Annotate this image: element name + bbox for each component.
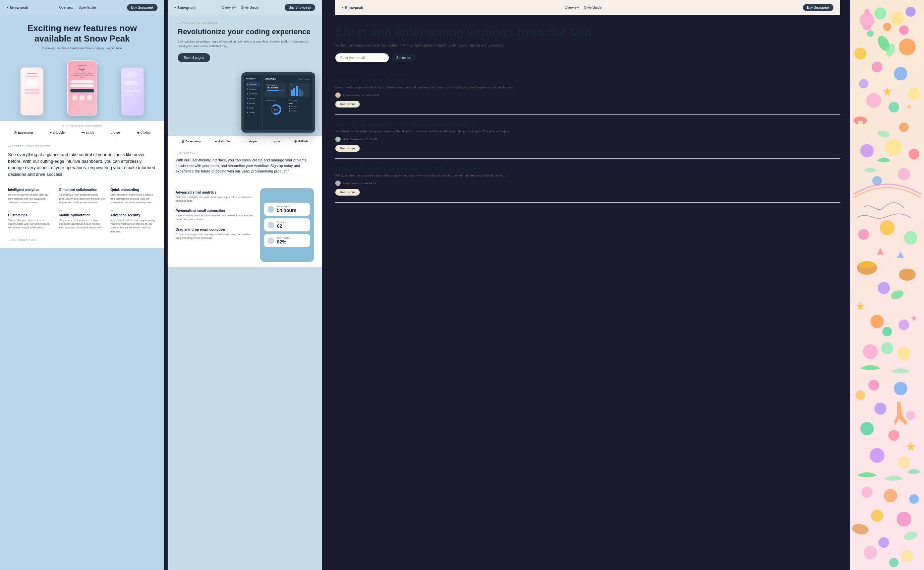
nav-overview-p2[interactable]: Overview <box>222 6 236 9</box>
feature-title-6: Advanced security <box>110 213 156 217</box>
see-all-pages-btn[interactable]: See all pages <box>178 53 210 62</box>
nav-styleguide-p2[interactable]: Style Guide <box>241 6 258 9</box>
hero-title-p1: Exciting new features now available at S… <box>10 23 154 44</box>
svg-point-29 <box>877 129 890 139</box>
buy-btn-panel3[interactable]: Buy Snowpeak <box>803 4 833 11</box>
navbar-panel3: Snowpeak Overview Style Guide Buy Snowpe… <box>335 0 840 15</box>
sidebar-setup: Setup <box>246 106 260 110</box>
post-title-3: 10 Simple DIY Home Decor Ideas That Will… <box>335 165 840 172</box>
analytics-cards: Hours Spent 54 hours Courses 02 Test Res… <box>260 188 314 262</box>
read-more-btn-2[interactable]: Read more <box>335 145 360 152</box>
brand-panel2: Snowpeak <box>174 6 195 10</box>
post-excerpt-2: Solo travel can be a life-changing exper… <box>335 129 840 134</box>
analytics-card-container: Hours Spent 54 hours Courses 02 Test Res… <box>260 188 314 262</box>
post-content-3: 10 Simple DIY Home Decor Ideas That Will… <box>335 165 840 196</box>
tablet-analytics-title: Analytics <box>265 78 275 80</box>
tablet-mockup: Snowpike Overview Analytics Community <box>241 72 315 133</box>
subscribe-btn[interactable]: Subscribe <box>392 54 416 62</box>
avatar-1 <box>335 92 341 98</box>
post-card-2: Why Traveling Alone is the Best Thing Yo… <box>335 121 840 159</box>
feature-3: 03 Quick onboarding Start smoothly: expe… <box>110 184 156 204</box>
buy-btn-panel2[interactable]: Buy Snowpeak <box>284 4 315 11</box>
buy-btn-panel1[interactable]: Buy Snowpeak <box>127 4 158 11</box>
svg-point-73 <box>889 558 898 567</box>
svg-point-66 <box>871 510 883 522</box>
navbar-panel1: Snowpeak Overview Style Guide Buy Snowpe… <box>0 0 164 15</box>
features-heading-p1: See everything at a glance and take cont… <box>8 152 156 178</box>
avatar-2 <box>335 136 341 142</box>
svg-point-21 <box>908 88 920 100</box>
nav-styleguide-p1[interactable]: Style Guide <box>78 6 96 9</box>
nav-overview-p1[interactable]: Overview <box>59 6 74 9</box>
svg-text:54h: 54h <box>274 109 278 111</box>
svg-point-22 <box>866 93 881 108</box>
hours-label: Hours Spent <box>277 205 297 208</box>
logo-dribbble: dribbble <box>50 130 65 134</box>
feature-desc-3: Start smoothly: experience a hassle-free… <box>110 193 156 204</box>
interface-tag: — INTERFACE <box>176 152 314 154</box>
svg-point-57 <box>906 411 915 420</box>
blog-title: Short and entertaining writings from our… <box>335 25 840 39</box>
nav-overview-p3[interactable]: Overview <box>565 6 579 9</box>
sidebar-reports: Reports <box>246 97 260 101</box>
productivity-label: Productivity <box>289 100 310 101</box>
hero-title-p2: Revolutionize your coding experience <box>178 28 312 36</box>
svg-point-70 <box>878 537 889 548</box>
svg-point-52 <box>897 346 910 360</box>
blog-subtitle: We help sales teams increase their outbo… <box>335 43 840 48</box>
p2-feature-desc-1: Gain deep insights into your email campa… <box>176 195 254 202</box>
hours-icon <box>268 206 274 213</box>
svg-point-30 <box>860 144 874 158</box>
post-title-2: Why Traveling Alone is the Best Thing Yo… <box>335 121 840 127</box>
svg-point-71 <box>864 546 877 559</box>
feature-1: 01 Intelligent analytics Unlock the powe… <box>8 184 54 204</box>
posts-list: The Power of Positive Thinking Learn how… <box>335 77 840 202</box>
svg-point-69 <box>903 530 918 541</box>
decoration-svg <box>850 0 924 570</box>
tablet-bottom: Your Interest 54h Productivity <box>265 100 310 116</box>
phone-right: Settings $12.92 <box>121 67 144 115</box>
svg-point-41 <box>859 261 875 268</box>
svg-point-8 <box>867 30 874 37</box>
p2-feature-3: 03 Drag-and-drop email composer Create s… <box>176 225 254 240</box>
svg-point-65 <box>909 494 919 504</box>
p2-feature-1: 01 Advanced email analytics Gain deep in… <box>176 188 254 202</box>
courses-mini-card: Courses 02 <box>264 218 310 231</box>
svg-point-43 <box>878 282 890 294</box>
hero-desc-p2: Say goodbye to endless hours of frustrat… <box>178 40 312 49</box>
feature-num-1: 01 <box>8 184 54 187</box>
p2-logo-basecamp: Basecamp <box>181 139 200 143</box>
donut-chart: 54h <box>265 103 287 116</box>
p2-feature-num-3: 03 <box>176 225 254 228</box>
brand-panel3: Snowpeak <box>342 6 363 10</box>
tasks-label: Tasks Progress <box>298 78 310 80</box>
no-fees-label: — NO HIDDEN FEES <box>8 239 156 241</box>
donut-svg: 54h <box>269 103 283 116</box>
nav-styleguide-p3[interactable]: Style Guide <box>584 6 601 9</box>
p2-feature-2: 02 Personalized email automation Save ti… <box>176 207 254 221</box>
svg-point-36 <box>858 229 869 240</box>
post-content-2: Why Traveling Alone is the Best Thing Yo… <box>335 121 840 152</box>
post-meta-1: Johan Karlsson in on Fri Jul 81 <box>335 92 840 98</box>
svg-point-68 <box>851 523 869 535</box>
svg-point-32 <box>909 149 919 159</box>
avatar-3 <box>335 181 341 186</box>
interface-section: — INTERFACE With our user-friendly inter… <box>168 146 322 185</box>
svg-marker-60 <box>906 442 915 451</box>
svg-point-58 <box>860 422 874 435</box>
read-more-btn-3[interactable]: Read more <box>335 189 360 196</box>
svg-point-14 <box>899 38 916 55</box>
p2-feature-title-3: Drag-and-drop email composer <box>176 228 254 231</box>
p2-feature-title-2: Personalized email automation <box>176 209 254 213</box>
svg-point-51 <box>881 342 893 354</box>
hero-tag-p2: — WELCOME TO SNOWPEAK <box>178 22 312 24</box>
feature-2: 02 Enhanced collaboration Seamlessly wor… <box>59 184 105 204</box>
hours-value: 54 hours <box>277 208 297 213</box>
p2-logo-dribbble: dribbble <box>215 139 230 143</box>
svg-point-53 <box>868 380 879 391</box>
email-input[interactable] <box>335 53 389 62</box>
courses-value: 02 <box>277 224 286 229</box>
read-more-btn-1[interactable]: Read more <box>335 101 360 107</box>
author-date-1: Johan Karlsson in on Fri Jul 81 <box>343 94 380 97</box>
nav-links-panel2: Overview Style Guide <box>222 6 258 9</box>
